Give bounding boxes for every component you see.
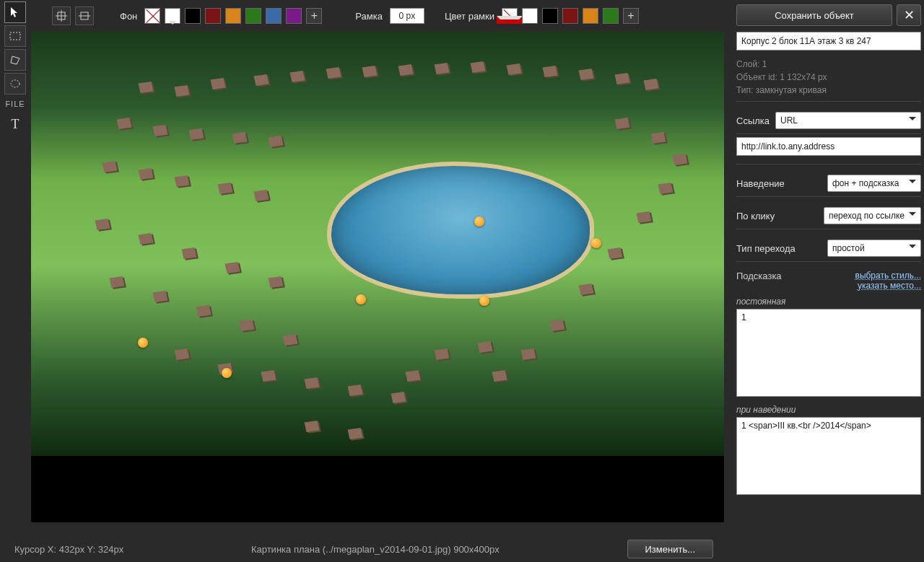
frame-color-label: Цвет рамки: [445, 11, 494, 22]
house: [435, 348, 450, 360]
onhover-hint-textarea[interactable]: [736, 417, 921, 495]
bg-swatch-blue[interactable]: [266, 8, 282, 24]
tool-pointer[interactable]: [4, 1, 26, 23]
permanent-hint-textarea[interactable]: [736, 309, 921, 397]
close-button[interactable]: ✕: [897, 4, 921, 26]
house: [254, 74, 269, 86]
house: [435, 63, 450, 74]
house: [153, 125, 168, 136]
house: [362, 66, 378, 77]
house: [305, 377, 320, 389]
hover-select[interactable]: фон + подсказка: [827, 175, 921, 192]
bg-swatch-darkred[interactable]: [205, 8, 221, 24]
align-remove-icon[interactable]: [75, 6, 94, 25]
link-type-select[interactable]: URL: [775, 112, 921, 129]
click-select[interactable]: переход по ссылке: [824, 207, 921, 224]
house: [521, 348, 536, 360]
hint-place-link[interactable]: указать место...: [855, 281, 922, 291]
house: [644, 79, 659, 90]
house: [550, 320, 565, 331]
object-meta: Слой: 1 Объект id: 1 132x74 px Тип: замк…: [736, 56, 921, 102]
frame-swatch-darkred[interactable]: [562, 8, 578, 24]
map-marker[interactable]: [138, 338, 148, 348]
house: [658, 183, 674, 194]
link-label: Ссылка: [736, 115, 770, 126]
bg-swatch-white[interactable]: [165, 8, 180, 24]
frame-add-color[interactable]: +: [623, 8, 639, 24]
tool-text[interactable]: T: [4, 113, 26, 135]
canvas-gutter: [31, 456, 724, 522]
save-button[interactable]: Сохранить объект: [736, 4, 892, 26]
frame-width-input[interactable]: [390, 8, 424, 24]
frame-swatch-none[interactable]: [502, 8, 518, 24]
house: [117, 118, 132, 129]
house: [103, 161, 118, 172]
house: [211, 78, 226, 89]
house: [218, 183, 233, 194]
canvas[interactable]: [31, 32, 724, 522]
align-add-icon[interactable]: [52, 6, 71, 25]
house: [492, 370, 507, 382]
frame-swatch-green[interactable]: [603, 8, 619, 24]
hint-style-link[interactable]: выбрать стиль...: [855, 271, 922, 281]
bg-swatches: +: [144, 8, 322, 24]
tool-polygon[interactable]: [4, 49, 26, 71]
house: [110, 276, 125, 288]
tool-rectangle[interactable]: [4, 25, 26, 47]
house: [543, 66, 558, 77]
link-url-input[interactable]: [736, 137, 921, 156]
top-bar: Фон + Рамка Цвет рамки +: [30, 1, 728, 30]
house: [175, 85, 190, 97]
frame-swatch-white[interactable]: [522, 8, 538, 24]
house: [153, 291, 168, 302]
house: [579, 284, 594, 295]
house: [406, 370, 421, 382]
object-name-input[interactable]: [736, 32, 921, 51]
meta-layer: Слой: 1: [736, 58, 921, 71]
house: [673, 154, 688, 165]
map-marker[interactable]: [356, 294, 366, 304]
frame-swatch-black[interactable]: [542, 8, 558, 24]
house: [608, 247, 623, 259]
frame-swatch-orange[interactable]: [583, 8, 598, 24]
house: [398, 64, 414, 76]
change-image-button[interactable]: Изменить...: [627, 540, 713, 558]
map-marker[interactable]: [479, 296, 489, 306]
bg-swatch-none[interactable]: [144, 8, 160, 24]
house: [478, 341, 493, 353]
file-label: FILE: [5, 100, 25, 108]
house: [139, 233, 154, 245]
hover-label: Наведение: [736, 178, 785, 189]
bg-swatch-orange[interactable]: [225, 8, 241, 24]
house: [261, 370, 276, 382]
house: [139, 82, 154, 93]
house: [254, 190, 269, 201]
permanent-hint-label: постоянная: [736, 297, 921, 307]
properties-panel: Сохранить объект ✕ Слой: 1 Объект id: 1 …: [736, 4, 921, 497]
house: [305, 421, 320, 432]
lake: [327, 162, 594, 299]
house: [290, 71, 305, 82]
bg-label: Фон: [120, 11, 137, 22]
tool-ellipse[interactable]: [4, 73, 26, 95]
bg-swatch-green[interactable]: [245, 8, 261, 24]
transition-select[interactable]: простой: [827, 240, 921, 257]
map-marker[interactable]: [474, 216, 484, 227]
onhover-hint-label: при наведении: [736, 405, 921, 415]
bg-add-color[interactable]: +: [306, 8, 322, 24]
house: [615, 73, 630, 84]
map-marker[interactable]: [591, 238, 601, 248]
house: [579, 69, 594, 80]
map-marker[interactable]: [222, 368, 232, 378]
house: [182, 247, 197, 259]
house: [95, 219, 110, 230]
hint-section-header: Подсказка выбрать стиль... указать место…: [736, 268, 921, 291]
hint-label: Подсказка: [736, 271, 782, 281]
frame-label: Рамка: [355, 11, 383, 22]
bg-swatch-black[interactable]: [185, 8, 201, 24]
house: [175, 348, 190, 360]
house: [507, 63, 522, 75]
house: [471, 61, 486, 73]
bg-swatch-purple[interactable]: [286, 8, 302, 24]
click-label: По клику: [736, 211, 775, 221]
